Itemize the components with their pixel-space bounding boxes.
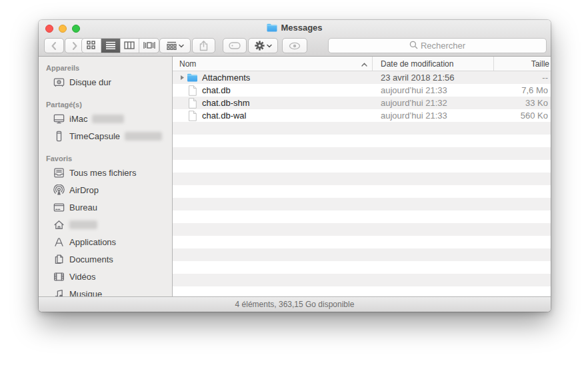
sidebar: AppareilsDisque durPartagé(s)iMacTimeCap… [39,57,173,296]
icon-view-button[interactable] [82,39,101,53]
tag-button[interactable] [223,38,247,53]
home-icon [53,218,65,230]
chevron-down-icon [179,44,184,48]
list-header: Nom Date de modification Taille [173,57,551,71]
search-placeholder: Rechercher [421,41,465,51]
airdrop-icon [53,184,65,196]
file-name-cell: chat.db [173,85,373,96]
chevron-right-icon [71,41,78,51]
redacted-text [69,220,97,229]
folder-icon [187,73,198,83]
file-icon [187,111,198,121]
window-content: AppareilsDisque durPartagé(s)iMacTimeCap… [39,57,551,296]
sidebar-section-label: Appareils [39,62,172,73]
file-list: Attachments23 avril 2018 21:56--chat.dba… [173,71,551,296]
internal-drive-icon [53,76,65,88]
sidebar-item-applications[interactable]: Applications [39,233,172,250]
search-icon [409,41,418,51]
sidebar-item-tous-mes-fichiers[interactable]: Tous mes fichiers [39,164,172,181]
list-view-button[interactable] [101,39,121,53]
sidebar-item-disque-dur[interactable]: Disque dur [39,73,172,91]
sidebar-section: AppareilsDisque dur [39,62,172,91]
desktop: Messages [0,0,588,365]
window-title: Messages [39,23,551,33]
file-name: chat.db-wal [202,111,246,121]
column-view-button[interactable] [121,39,140,53]
sidebar-item-label: Vidéos [69,272,96,282]
window-chrome: Messages [39,20,551,57]
share-icon [199,41,208,51]
finder-window: Messages [39,20,551,312]
share-button[interactable] [192,38,215,53]
sidebar-item-label: Musique [69,289,102,297]
sidebar-item-timecapsule[interactable]: TimeCapsule [39,127,172,145]
file-date: 23 avril 2018 21:56 [373,73,494,83]
chevron-down-icon [267,44,272,48]
table-row[interactable]: chat.db-walaujourd’hui 21:33560 Ko [173,109,551,122]
sidebar-item-documents[interactable]: Documents [39,250,172,268]
table-row[interactable]: chat.dbaujourd’hui 21:337,6 Mo [173,84,551,97]
file-size: -- [494,73,551,83]
file-date: aujourd’hui 21:32 [373,98,494,108]
titlebar[interactable]: Messages [39,20,551,36]
sidebar-item-bureau[interactable]: Bureau [39,198,172,216]
sidebar-section: FavorisTous mes fichiersAirDropBureauApp… [39,153,172,296]
sidebar-section-label: Partagé(s) [39,99,172,110]
column-header-nom[interactable]: Nom [173,57,373,71]
search-input[interactable]: Rechercher [328,38,547,53]
eye-icon [289,42,301,50]
folder-icon [267,23,277,32]
action-menu-button[interactable] [248,38,278,53]
quicklook-button[interactable] [282,38,307,53]
chevron-left-icon [51,41,57,51]
view-list-icon [106,40,115,52]
sidebar-item-redacted[interactable] [39,216,172,233]
view-mode-segmented-control [81,38,159,53]
sidebar-item-musique[interactable]: Musique [39,285,172,296]
redacted-text [125,132,162,141]
disclosure-triangle-icon[interactable] [177,75,187,81]
sidebar-item-imac[interactable]: iMac [39,110,172,127]
file-size: 33 Ko [494,98,551,108]
arrange-button[interactable] [159,38,191,53]
sidebar-item-label: AirDrop [69,185,99,195]
file-name-cell: Attachments [173,73,373,83]
file-name: chat.db-shm [202,98,250,108]
table-row[interactable]: chat.db-shmaujourd’hui 21:3233 Ko [173,97,551,109]
file-name-cell: chat.db-shm [173,98,373,109]
file-size: 560 Ko [494,111,551,121]
music-icon [53,288,65,296]
column-header-taille[interactable]: Taille [494,57,551,71]
sidebar-section: Partagé(s)iMacTimeCapsule [39,99,172,145]
view-columns-icon [124,40,135,52]
sidebar-item-label: Documents [69,254,113,264]
sidebar-item-label: Tous mes fichiers [69,168,136,178]
table-row[interactable]: Attachments23 avril 2018 21:56-- [173,71,551,84]
sidebar-item-label: Applications [69,237,116,247]
sidebar-item-airdrop[interactable]: AirDrop [39,181,172,198]
sidebar-item-label: iMac [69,114,87,124]
file-icon [187,98,198,109]
redacted-text [92,115,124,123]
sidebar-item-label: Disque dur [69,77,111,87]
file-size: 7,6 Mo [494,85,551,95]
file-date: aujourd’hui 21:33 [373,111,494,121]
column-header-nom-label: Nom [179,59,196,69]
imac-icon [53,113,65,125]
sidebar-item-label: Bureau [69,202,97,212]
movies-icon [53,270,65,282]
file-list-area: Nom Date de modification Taille Attachme… [173,57,551,296]
column-header-date[interactable]: Date de modification [373,57,494,71]
file-name: Attachments [202,73,250,83]
all-files-icon [53,167,65,179]
applications-icon [53,236,65,248]
tag-icon [229,42,241,49]
sidebar-item-vid-os[interactable]: Vidéos [39,268,172,285]
coverflow-view-button[interactable] [139,39,159,53]
gear-icon [255,41,265,51]
view-coverflow-icon [143,40,155,52]
back-button[interactable] [44,38,64,53]
file-icon [187,85,198,96]
column-header-taille-label: Taille [531,59,549,69]
sidebar-item-label: TimeCapsule [69,131,120,141]
